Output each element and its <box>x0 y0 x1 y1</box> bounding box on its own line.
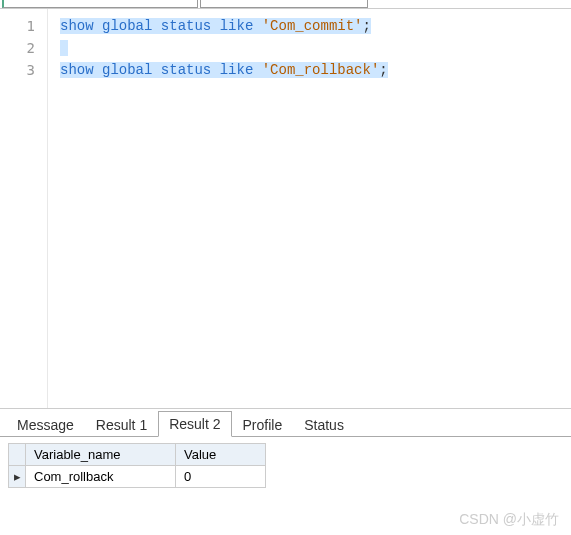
cell-value[interactable]: 0 <box>176 466 266 488</box>
line-gutter: 123 <box>0 9 48 408</box>
cell-variable-name[interactable]: Com_rollback <box>26 466 176 488</box>
row-pointer-header <box>9 444 26 466</box>
toolbar <box>0 0 571 9</box>
table-row[interactable]: ▸Com_rollback0 <box>9 466 266 488</box>
tab-result-2[interactable]: Result 2 <box>158 411 231 437</box>
tab-message[interactable]: Message <box>6 412 85 437</box>
line-number: 1 <box>0 15 35 37</box>
tab-result-1[interactable]: Result 1 <box>85 412 158 437</box>
toolbar-dropdown-a[interactable] <box>2 0 198 8</box>
code-line[interactable]: show global status like 'Com_rollback'; <box>60 59 571 81</box>
result-tabs: MessageResult 1Result 2ProfileStatus <box>0 409 571 437</box>
watermark: CSDN @小虚竹 <box>459 511 559 529</box>
row-pointer-icon: ▸ <box>9 466 26 488</box>
code-line[interactable] <box>60 37 571 59</box>
sql-editor[interactable]: 123 show global status like 'Com_commit'… <box>0 9 571 409</box>
col-header-value[interactable]: Value <box>176 444 266 466</box>
table-header-row: Variable_name Value <box>9 444 266 466</box>
col-header-variable-name[interactable]: Variable_name <box>26 444 176 466</box>
code-area[interactable]: show global status like 'Com_commit'; sh… <box>48 9 571 408</box>
tab-profile[interactable]: Profile <box>232 412 294 437</box>
tab-status[interactable]: Status <box>293 412 355 437</box>
line-number: 3 <box>0 59 35 81</box>
line-number: 2 <box>0 37 35 59</box>
code-line[interactable]: show global status like 'Com_commit'; <box>60 15 571 37</box>
result-table: Variable_name Value ▸Com_rollback0 <box>8 443 266 488</box>
toolbar-dropdown-b[interactable] <box>200 0 368 8</box>
